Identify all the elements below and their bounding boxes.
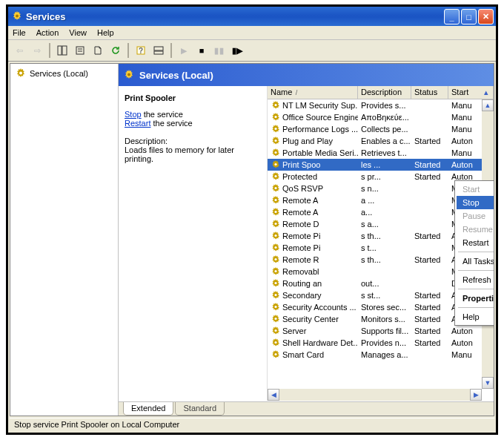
col-description[interactable]: Description [358,86,411,99]
ctx-refresh[interactable]: Refresh [457,273,494,286]
tree-pane: Services (Local) [10,64,119,416]
stop-service-button[interactable]: ■ [193,42,210,59]
menu-file[interactable]: File [13,28,26,37]
service-row[interactable]: NT LM Security Sup...Provides s...Manu [268,99,482,111]
menu-help[interactable]: Help [97,28,114,37]
service-name: Print Spoo [282,160,320,169]
gear-icon [271,278,281,289]
scroll-down-button[interactable] [482,377,494,389]
refresh-button[interactable] [107,42,124,59]
col-status[interactable]: Status [411,86,448,99]
service-startup: Auton [448,160,482,169]
toolbar: ⇦ ⇨ ? ▶ ■ ▮▮ ▮▶ [8,40,496,62]
service-name: Protected [282,172,317,181]
service-name: Security Accounts ... [282,303,357,312]
help-button[interactable]: ? [133,42,149,59]
service-row[interactable]: ServerSupports fil...StartedAuton [268,325,482,337]
col-startup[interactable]: Start▴ [448,86,494,99]
show-hide-console-button[interactable] [150,42,167,59]
service-status: Started [411,338,448,347]
service-row[interactable]: Portable Media Seri...Retrieves t...Manu [268,147,482,159]
service-row[interactable]: Performance Logs ...Collects pe...Manu [268,123,482,135]
service-row[interactable]: Security CenterMonitors s...StartedAuton [268,313,482,325]
service-row[interactable]: Remote Pis t...Manu [268,242,482,254]
restart-service-button[interactable]: ▮▶ [229,42,245,59]
show-hide-tree-button[interactable] [54,42,70,59]
status-text: Stop service Print Spooler on Local Comp… [14,420,179,429]
svg-point-29 [274,306,276,308]
service-row[interactable]: Smart CardManages a...Manu [268,349,482,361]
chevron-up-icon: ▴ [484,88,490,97]
restart-link[interactable]: Restart [125,119,150,128]
service-status: Started [411,326,448,335]
service-row[interactable]: Office Source EngineΑποΒηκεύε...Manu [268,111,482,123]
service-row[interactable]: Security Accounts ...Stores sec...Starte… [268,301,482,313]
service-name: Remote A [282,196,318,205]
scroll-right-button[interactable] [470,389,482,401]
h-scrollbar[interactable] [268,389,482,401]
description-label: Description: [125,137,261,145]
service-row[interactable]: QoS RSVPs n...Manu [268,183,482,194]
ctx-alltasks[interactable]: All Tasks [457,255,494,268]
maximize-button[interactable]: □ [461,9,477,24]
sort-indicator-icon: / [294,89,297,96]
service-row[interactable]: Remote Ds a...Manu [268,218,482,230]
service-description: Manages a... [358,350,411,359]
ctx-properties[interactable]: Properties [457,292,494,305]
titlebar[interactable]: Services _ □ ✕ [8,7,496,26]
svg-point-25 [274,258,276,260]
scroll-up-button[interactable] [482,99,494,111]
svg-rect-2 [62,46,67,55]
service-row[interactable]: Secondarys st...StartedAuton [268,289,482,301]
svg-point-20 [274,199,276,201]
close-button[interactable]: ✕ [478,9,494,24]
service-row[interactable]: Remote Rs th...StartedAuton [268,254,482,266]
ctx-stop[interactable]: Stop ⬅ [457,196,494,209]
service-description: s th... [358,232,411,240]
service-status: Started [411,172,448,181]
tree-root-item[interactable]: Services (Local) [13,67,115,80]
service-row[interactable]: Protecteds pr...StartedAuton [268,171,482,183]
service-description: a... [358,208,411,217]
service-status: Started [411,137,448,145]
service-row[interactable]: Routing anout...Disabl [268,278,482,289]
ctx-help[interactable]: Help [457,310,494,324]
service-row[interactable]: Remote Aa ...Manu [268,194,482,206]
gear-icon [271,183,281,194]
gear-icon [271,124,281,134]
export-button[interactable] [90,42,106,59]
svg-point-22 [274,223,276,225]
scroll-left-button[interactable] [268,389,279,401]
properties-button[interactable] [72,42,88,59]
svg-point-31 [274,329,276,332]
col-name[interactable]: Name / [268,86,358,99]
service-row[interactable]: Print Spooles ...StartedAuton [268,159,482,171]
ctx-start: Start [457,183,494,196]
window-title: Services [26,11,66,22]
minimize-button[interactable]: _ [444,9,460,24]
service-row[interactable]: Plug and PlayEnables a c...StartedAuton [268,135,482,147]
forward-button[interactable]: ⇨ [29,42,45,59]
svg-point-28 [274,294,276,296]
toolbar-separator [49,43,50,58]
service-description: ΑποΒηκεύε... [358,113,411,122]
menu-action[interactable]: Action [36,28,59,37]
tab-standard[interactable]: Standard [175,402,225,416]
service-row[interactable]: Remote Aa...Manu [268,206,482,218]
ctx-restart[interactable]: Restart [457,236,494,249]
service-name: Office Source Engine [282,113,358,122]
menu-view[interactable]: View [69,28,87,37]
tab-extended[interactable]: Extended [123,402,173,416]
svg-point-30 [274,318,276,320]
back-button[interactable]: ⇦ [11,42,27,59]
service-description: s pr... [358,172,411,181]
pause-service-button[interactable]: ▮▮ [211,42,228,59]
service-name: Plug and Play [282,137,333,145]
services-list: Name / Description Status Start▴ NT LM S… [267,86,494,401]
service-row[interactable]: RemovablManu [268,266,482,278]
service-row[interactable]: Shell Hardware Det...Provides n...Starte… [268,337,482,349]
start-service-button[interactable]: ▶ [176,42,192,59]
service-row[interactable]: Remote Pis th...StartedAuton [268,230,482,242]
stop-link[interactable]: Stop [125,110,142,119]
service-name: Performance Logs ... [282,125,358,134]
